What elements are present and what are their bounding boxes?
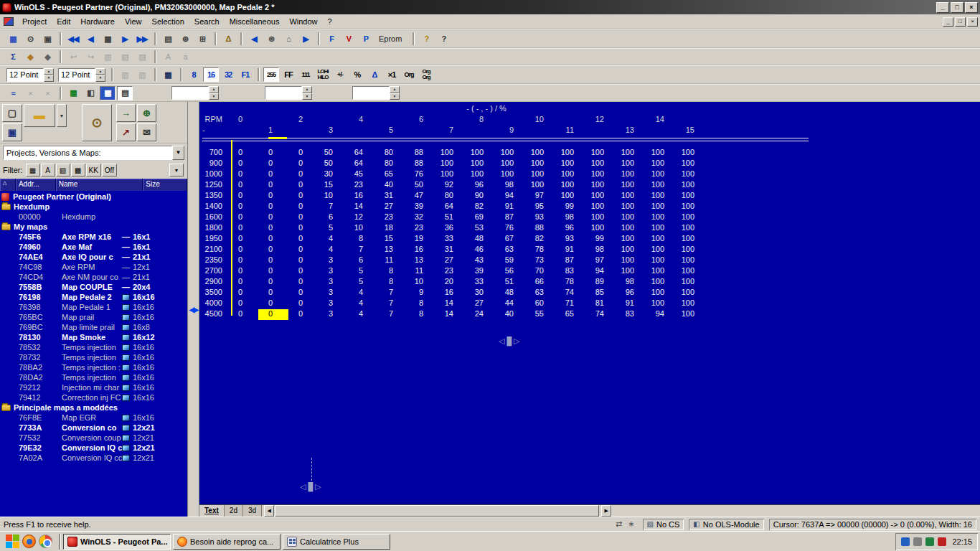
map-cell[interactable]: 0: [228, 159, 258, 169]
map-cell[interactable]: 78: [560, 277, 590, 288]
map-cell[interactable]: 82: [469, 202, 499, 212]
map-cell[interactable]: 89: [590, 277, 620, 288]
map-cell[interactable]: 0: [228, 191, 258, 202]
map-cell[interactable]: 0: [288, 277, 319, 288]
curve-2d-icon[interactable]: ≈: [5, 86, 21, 100]
spin-up-icon[interactable]: ▲: [390, 86, 400, 93]
tree-map-row[interactable]: 74960Axe Maf—16x1: [0, 242, 187, 252]
tree-map-row[interactable]: 78532Temps injection16x16: [0, 342, 187, 352]
map-cell[interactable]: 100: [680, 234, 710, 245]
map-cell[interactable]: 88: [529, 223, 560, 234]
map-cell[interactable]: 100: [680, 288, 710, 298]
map-cell[interactable]: 3: [319, 298, 349, 309]
map-cell[interactable]: 93: [560, 234, 590, 245]
tree-map-row[interactable]: 745F6Axe RPM x16—16x1: [0, 232, 187, 242]
map-cell[interactable]: 0: [288, 309, 319, 320]
menu-item-miscellaneous[interactable]: Miscellaneous: [225, 16, 285, 27]
map-cell[interactable]: 0: [288, 191, 319, 202]
map-cell[interactable]: 0: [288, 255, 319, 266]
map-cell[interactable]: 80: [379, 159, 409, 169]
map-cell[interactable]: 0: [228, 169, 258, 180]
tray-security-icon[interactable]: [938, 537, 946, 546]
map-cell[interactable]: 56: [499, 266, 529, 277]
checksum-icon[interactable]: Σ: [5, 50, 21, 64]
map-cell[interactable]: 0: [258, 234, 288, 245]
map-cell[interactable]: 91: [620, 298, 650, 309]
map-cell[interactable]: 100: [650, 255, 680, 266]
width-f1-icon[interactable]: F1: [237, 67, 253, 82]
map-cell[interactable]: 5: [349, 277, 379, 288]
map-cell[interactable]: 80: [439, 191, 469, 202]
spin-up-icon[interactable]: ▲: [209, 86, 219, 93]
menu-item-window[interactable]: Window: [284, 16, 322, 27]
map-cell[interactable]: 100: [590, 223, 620, 234]
back-icon[interactable]: ◀: [246, 32, 262, 46]
map-cell[interactable]: 98: [590, 245, 620, 255]
tree-map-row[interactable]: 74CD4Axe NM pour co—21x1: [0, 272, 187, 282]
map-cell[interactable]: 0: [228, 309, 258, 320]
goto-icon[interactable]: ⌂: [281, 32, 296, 46]
map-cell[interactable]: 100: [620, 180, 650, 191]
map-cell[interactable]: 100: [499, 148, 529, 159]
panel-splitter[interactable]: ◀▶: [188, 102, 199, 517]
new-project-button[interactable]: ▢: [2, 104, 22, 122]
task-button-firefox[interactable]: Besoin aide reprog ca...: [173, 534, 281, 550]
tree-folder-row[interactable]: Principale maps a moddées: [0, 402, 187, 413]
map-cell[interactable]: 80: [379, 148, 409, 159]
map-cell[interactable]: 69: [469, 212, 499, 223]
tree-map-row[interactable]: 79212Injection mi char16x16: [0, 382, 187, 392]
map-cell[interactable]: 7: [379, 309, 409, 320]
font-size-spinner-2[interactable]: 12 Point▲▼: [58, 68, 105, 82]
org-org-icon[interactable]: OrgOrg: [418, 67, 434, 82]
map-cell[interactable]: 100: [650, 180, 680, 191]
delta-icon[interactable]: Δ: [367, 67, 382, 82]
map-cell[interactable]: 0: [228, 180, 258, 191]
tray-network-icon[interactable]: [925, 537, 934, 546]
map-cell[interactable]: 0: [288, 202, 319, 212]
map-cell[interactable]: 3: [319, 309, 349, 320]
map-cell[interactable]: 4: [349, 309, 379, 320]
map-cell[interactable]: 0: [228, 288, 258, 298]
map-cell[interactable]: 16: [439, 288, 469, 298]
map-cell[interactable]: 11: [379, 255, 409, 266]
display-111-icon[interactable]: 111: [298, 67, 314, 82]
tree-project-row[interactable]: Peugeot Partner (Original): [0, 192, 187, 202]
map-cell[interactable]: 100: [439, 169, 469, 180]
map-cell[interactable]: 0: [258, 191, 288, 202]
map-cell[interactable]: 81: [590, 298, 620, 309]
tree-header-col-0[interactable]: △: [0, 179, 16, 191]
first-version-icon[interactable]: ◀◀: [65, 32, 81, 46]
map-cell[interactable]: 64: [349, 148, 379, 159]
map-cell[interactable]: 100: [560, 169, 590, 180]
tree-header-col-2[interactable]: Name: [56, 179, 143, 191]
times-one-icon[interactable]: ×1: [384, 67, 400, 82]
map-cell[interactable]: 18: [379, 223, 409, 234]
map-cell[interactable]: 51: [439, 212, 469, 223]
map-cell[interactable]: 100: [620, 245, 650, 255]
map-cell[interactable]: 73: [529, 255, 560, 266]
filter-maps-button[interactable]: ▩: [71, 164, 85, 176]
map-cell[interactable]: 100: [499, 169, 529, 180]
tree-folder-row[interactable]: Hexdump: [0, 202, 187, 212]
map-cell[interactable]: 0: [288, 223, 319, 234]
map-cell[interactable]: 100: [560, 159, 590, 169]
map-cell[interactable]: 63: [529, 288, 560, 298]
map-cell[interactable]: 0: [258, 245, 288, 255]
map-cell[interactable]: 31: [379, 191, 409, 202]
splitter-collapse-icon[interactable]: ◀▶: [189, 306, 197, 314]
map-cell[interactable]: 0: [288, 180, 319, 191]
tree-map-row[interactable]: 79E32Conversion IQ cc12x21: [0, 443, 187, 453]
map-cell[interactable]: 8: [349, 234, 379, 245]
map-cell[interactable]: 0: [258, 266, 288, 277]
map-view-icon[interactable]: ▦: [100, 86, 116, 100]
help-icon[interactable]: ?: [418, 32, 434, 46]
map-cell[interactable]: 0: [288, 148, 319, 159]
map-cell[interactable]: 24: [469, 309, 499, 320]
map-cell[interactable]: 93: [529, 212, 560, 223]
map-cell[interactable]: 99: [560, 202, 590, 212]
plus-minus-icon[interactable]: +/-: [332, 67, 348, 82]
spin-down-icon[interactable]: ▼: [44, 75, 54, 82]
open-project-button[interactable]: ▬: [24, 104, 55, 127]
map-cell[interactable]: 96: [469, 180, 499, 191]
map-cell[interactable]: 10: [349, 223, 379, 234]
